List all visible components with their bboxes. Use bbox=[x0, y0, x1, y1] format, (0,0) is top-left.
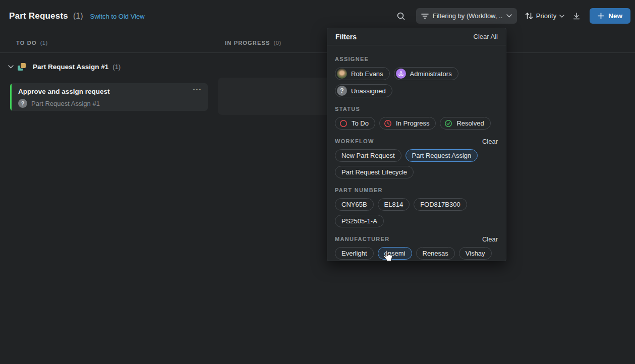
part-chip-el814[interactable]: EL814 bbox=[378, 198, 410, 211]
sort-control[interactable]: Priority bbox=[525, 12, 564, 20]
card-subtitle: Part Request Assign #1 bbox=[31, 100, 100, 107]
filters-panel-header: Filters Clear All bbox=[327, 28, 506, 45]
part-chip-fod817b300[interactable]: FOD817B300 bbox=[414, 198, 467, 211]
sort-arrows-icon bbox=[525, 12, 533, 20]
page-count: (1) bbox=[73, 12, 83, 21]
todo-circle-icon bbox=[339, 119, 348, 128]
part-chip-cny65b[interactable]: CNY65B bbox=[335, 198, 374, 211]
switch-to-old-view-link[interactable]: Switch to Old View bbox=[90, 13, 144, 20]
filters-panel: Filters Clear All ASSIGNEE Rob Evans bbox=[327, 28, 506, 261]
download-button[interactable] bbox=[568, 8, 585, 24]
workflow-label: WORKFLOW bbox=[335, 138, 374, 144]
sort-label: Priority bbox=[536, 12, 556, 20]
card-subtitle-row: ? Part Request Assign #1 bbox=[18, 99, 100, 108]
card-menu-button[interactable]: ••• bbox=[193, 86, 202, 92]
group-title: Part Request Assign #1 bbox=[33, 63, 108, 71]
plus-icon bbox=[598, 13, 604, 19]
chip-label: In Progress bbox=[396, 119, 429, 127]
manufacturer-chip-everlight[interactable]: Everlight bbox=[335, 247, 374, 260]
new-button[interactable]: New bbox=[590, 8, 630, 24]
assignee-section: ASSIGNEE Rob Evans Administrators bbox=[335, 55, 498, 97]
chip-label: Administrators bbox=[410, 70, 452, 78]
workflow-clear-button[interactable]: Clear bbox=[482, 138, 498, 145]
question-avatar: ? bbox=[337, 86, 347, 96]
group-avatar bbox=[396, 69, 406, 79]
assignee-chip-administrators[interactable]: Administrators bbox=[394, 67, 458, 80]
top-bar-left: Part Requests (1) Switch to Old View bbox=[9, 11, 145, 21]
filters-title: Filters bbox=[335, 33, 357, 41]
board-column-headers: TO DO (1) IN PROGRESS (0) bbox=[0, 32, 635, 53]
status-chip-todo[interactable]: To Do bbox=[335, 117, 375, 130]
assignee-label: ASSIGNEE bbox=[335, 56, 369, 62]
filters-panel-body: ASSIGNEE Rob Evans Administrators bbox=[327, 45, 506, 267]
request-card[interactable]: Approve and assign request ? Part Reques… bbox=[10, 83, 208, 111]
part-number-label: PART NUMBER bbox=[335, 187, 383, 193]
search-icon bbox=[396, 12, 406, 21]
filter-dropdown[interactable]: Filtering by (Workflow, ... bbox=[416, 8, 517, 24]
group-row[interactable]: Part Request Assign #1 (1) bbox=[8, 60, 121, 73]
workflow-chip-part-request-lifecycle[interactable]: Part Request Lifecycle bbox=[335, 166, 414, 178]
column-header-in-progress: IN PROGRESS (0) bbox=[225, 32, 281, 53]
workflow-board-icon bbox=[18, 63, 26, 71]
chevron-down-icon[interactable] bbox=[8, 65, 14, 69]
user-avatar bbox=[337, 69, 347, 79]
top-bar-right: Filtering by (Workflow, ... Priority bbox=[393, 8, 630, 24]
filter-icon bbox=[421, 13, 429, 19]
part-number-section: PART NUMBER CNY65B EL814 FOD817B300 PS25… bbox=[335, 187, 498, 227]
group-count: (1) bbox=[112, 63, 121, 71]
status-section: STATUS To Do In Progress bbox=[335, 105, 498, 130]
chip-label: Unassigned bbox=[351, 87, 386, 95]
card-title: Approve and assign request bbox=[18, 88, 110, 95]
workflow-chip-new-part-request[interactable]: New Part Request bbox=[335, 149, 401, 162]
workflow-chip-part-request-assign[interactable]: Part Request Assign bbox=[406, 149, 478, 162]
column-label: IN PROGRESS bbox=[225, 40, 270, 46]
part-requests-app: Part Requests (1) Switch to Old View Fil… bbox=[0, 0, 635, 364]
manufacturer-chip-vishay[interactable]: Vishay bbox=[459, 247, 492, 260]
clear-all-button[interactable]: Clear All bbox=[474, 33, 498, 40]
chip-label: Resolved bbox=[456, 119, 484, 127]
column-header-todo: TO DO (1) bbox=[16, 32, 48, 53]
chip-label: Rob Evans bbox=[351, 70, 383, 78]
manufacturer-clear-button[interactable]: Clear bbox=[482, 235, 498, 243]
top-bar: Part Requests (1) Switch to Old View Fil… bbox=[0, 0, 635, 32]
status-label: STATUS bbox=[335, 106, 360, 112]
chip-label: To Do bbox=[352, 119, 369, 127]
chevron-down-icon bbox=[506, 14, 512, 18]
manufacturer-chip-onsemi[interactable]: onsemi bbox=[378, 247, 412, 260]
in-progress-clock-icon bbox=[384, 119, 392, 128]
filter-dropdown-label: Filtering by (Workflow, ... bbox=[433, 12, 502, 20]
chevron-down-icon bbox=[559, 15, 564, 18]
manufacturer-label: MANUFACTURER bbox=[335, 236, 389, 242]
resolved-check-icon bbox=[444, 119, 452, 128]
workflow-section: WORKFLOW Clear New Part Request Part Req… bbox=[335, 138, 498, 178]
assignee-chip-rob-evans[interactable]: Rob Evans bbox=[335, 67, 390, 80]
manufacturer-section: MANUFACTURER Clear Everlight onsemi Rene… bbox=[335, 235, 498, 260]
manufacturer-chip-renesas[interactable]: Renesas bbox=[416, 247, 455, 260]
search-button[interactable] bbox=[393, 8, 409, 24]
page-title: Part Requests bbox=[9, 11, 68, 21]
part-chip-ps2505-1-a[interactable]: PS2505-1-A bbox=[335, 215, 384, 227]
new-button-label: New bbox=[608, 12, 622, 20]
status-chip-resolved[interactable]: Resolved bbox=[440, 117, 490, 130]
people-group-icon bbox=[398, 71, 404, 77]
assignee-chip-unassigned[interactable]: ? Unassigned bbox=[335, 84, 392, 97]
status-chip-in-progress[interactable]: In Progress bbox=[379, 117, 436, 130]
column-count: (1) bbox=[40, 40, 48, 46]
unassigned-avatar: ? bbox=[18, 99, 27, 108]
card-status-accent bbox=[10, 83, 12, 111]
download-icon bbox=[572, 12, 581, 20]
column-count: (0) bbox=[274, 40, 281, 46]
column-label: TO DO bbox=[16, 40, 37, 46]
